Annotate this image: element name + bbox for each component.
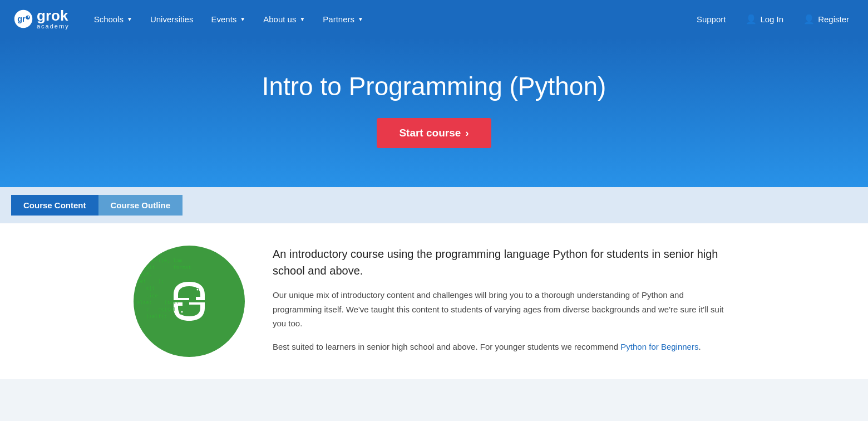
nav-links: Schools ▼ Universities Events ▼ About us…: [87, 10, 691, 28]
hero-section: Intro to Programming (Python) Start cour…: [0, 38, 868, 187]
nav-label-universities: Universities: [150, 14, 194, 24]
svg-point-3: [28, 16, 29, 18]
nav-item-schools[interactable]: Schools ▼: [87, 10, 139, 28]
hero-title: Intro to Programming (Python): [11, 71, 857, 101]
register-label: Register: [818, 14, 849, 24]
suited-text: Best suited to learners in senior high s…: [273, 342, 620, 351]
nav-right: Support 👤 Log In 👤 Register: [691, 11, 855, 28]
course-content-section: [datetim s.insert(0, lam __init__ format…: [100, 223, 768, 379]
suited-end: .: [698, 342, 701, 351]
code-background: [datetim s.insert(0, lam __init__ format…: [137, 250, 241, 353]
support-label: Support: [697, 14, 726, 24]
tab-course-content[interactable]: Course Content: [11, 195, 98, 216]
logo-text: grok: [37, 7, 68, 24]
nav-label-about: About us: [263, 14, 296, 24]
grok-logo-icon: gr: [13, 9, 33, 29]
chevron-down-icon-about: ▼: [299, 16, 305, 22]
support-link[interactable]: Support: [691, 11, 732, 27]
tabs-bar: Course Content Course Outline: [0, 187, 868, 223]
chevron-down-icon: ▼: [127, 16, 132, 22]
python-for-beginners-link[interactable]: Python for Beginners: [620, 342, 698, 351]
nav-label-events: Events: [211, 14, 236, 24]
register-link[interactable]: 👤 Register: [798, 11, 855, 28]
course-description: An introductory course using the program…: [273, 246, 734, 354]
nav-label-schools: Schools: [94, 14, 124, 24]
course-body: Our unique mix of introductory content a…: [273, 288, 734, 331]
person-icon: 👤: [746, 14, 757, 25]
python-beginners-label: Python for Beginners: [620, 342, 698, 351]
person-add-icon: 👤: [803, 14, 815, 25]
login-link[interactable]: 👤 Log In: [740, 11, 789, 28]
navbar: gr grok academy Schools ▼ Universities E…: [0, 0, 868, 38]
start-course-button[interactable]: Start course ›: [377, 118, 491, 148]
tab-course-outline-label: Course Outline: [111, 200, 171, 210]
svg-text:gr: gr: [17, 14, 26, 23]
start-course-label: Start course: [399, 127, 461, 139]
logo-sub: academy: [37, 23, 70, 30]
logo[interactable]: gr grok academy: [13, 8, 70, 30]
tab-course-content-label: Course Content: [23, 200, 86, 210]
chevron-down-icon-events: ▼: [240, 16, 245, 22]
nav-item-universities[interactable]: Universities: [144, 10, 200, 28]
chevron-down-icon-partners: ▼: [358, 16, 363, 22]
nav-item-about[interactable]: About us ▼: [257, 10, 312, 28]
course-tagline: An introductory course using the program…: [273, 246, 734, 279]
python-logo-circle: [datetim s.insert(0, lam __init__ format…: [134, 246, 245, 357]
nav-item-events[interactable]: Events ▼: [204, 10, 252, 28]
nav-label-partners: Partners: [323, 14, 354, 24]
tab-course-outline[interactable]: Course Outline: [98, 195, 183, 216]
chevron-right-icon: ›: [465, 127, 468, 139]
login-label: Log In: [760, 14, 783, 24]
nav-item-partners[interactable]: Partners ▼: [316, 10, 370, 28]
course-suited: Best suited to learners in senior high s…: [273, 340, 734, 354]
